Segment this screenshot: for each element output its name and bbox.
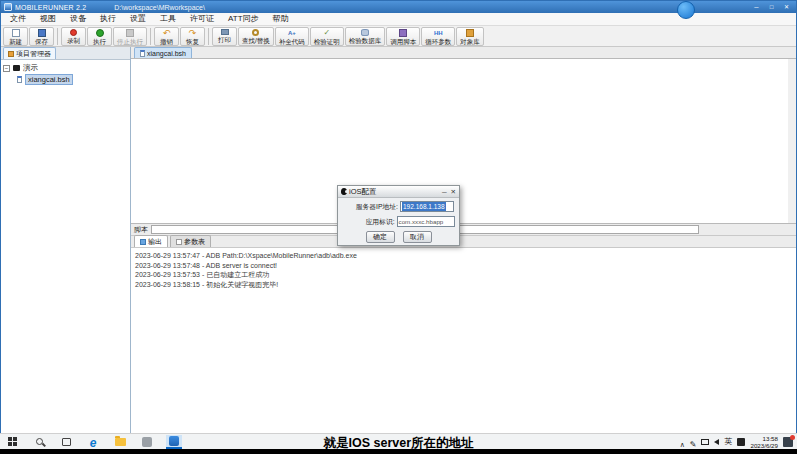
menu-item-run[interactable]: 执行 bbox=[93, 13, 123, 25]
desktop: MOBILERUNNER 2.2 D:\workspace\MRworkspac… bbox=[0, 0, 797, 454]
app-id-label: 应用标识: bbox=[342, 217, 397, 227]
toolbar-separator bbox=[57, 28, 58, 45]
menu-item-settings[interactable]: 设置 bbox=[123, 13, 153, 25]
log-line: 2023-06-29 13:58:15 - 初始化关键字视图完毕! bbox=[135, 280, 792, 290]
app-title: MOBILERUNNER 2.2 bbox=[15, 4, 86, 11]
windows-start-icon bbox=[8, 437, 17, 446]
stop-icon bbox=[126, 29, 134, 37]
log-line: 2023-06-29 13:57:48 - ADB server is conn… bbox=[135, 261, 792, 271]
call-script-button[interactable]: 调用脚本 bbox=[386, 27, 420, 46]
menu-item-att-sync[interactable]: ATT同步 bbox=[221, 13, 266, 25]
apple-icon bbox=[341, 188, 347, 195]
app-id-value: com.xxxc.hbapp bbox=[399, 218, 444, 225]
ime-indicator[interactable]: 英 bbox=[724, 436, 732, 447]
stop-run-button[interactable]: 停止执行 bbox=[113, 27, 147, 46]
tab-script-file[interactable]: xiangcai.bsh bbox=[134, 47, 192, 58]
pinned-app-button[interactable] bbox=[139, 435, 155, 449]
ok-button[interactable]: 确定 bbox=[366, 231, 395, 243]
chevron-up-icon[interactable] bbox=[680, 433, 685, 451]
new-file-icon bbox=[12, 29, 20, 37]
dialog-minimize-button[interactable]: ─ bbox=[442, 187, 447, 197]
gray-app-icon bbox=[142, 437, 152, 447]
menu-item-help[interactable]: 帮助 bbox=[266, 13, 296, 25]
menu-item-license[interactable]: 许可证 bbox=[183, 13, 221, 25]
code-editor[interactable] bbox=[131, 59, 796, 223]
script-file-icon bbox=[140, 50, 145, 57]
expander-icon[interactable] bbox=[3, 65, 10, 72]
search-icon bbox=[36, 438, 43, 445]
tree-node-file[interactable]: xiangcai.bsh bbox=[3, 74, 128, 84]
dialog-body: 服务器IP地址: 192.168.1.138 应用标识: com.xxxc.hb… bbox=[338, 198, 459, 243]
redo-button[interactable]: 恢复 bbox=[180, 27, 205, 46]
loop-params-button[interactable]: 循环参数 bbox=[421, 27, 455, 46]
toolbar-separator bbox=[150, 28, 151, 45]
menu-item-view[interactable]: 视图 bbox=[33, 13, 63, 25]
app-id-input[interactable]: com.xxxc.hbapp bbox=[397, 216, 455, 227]
save-icon bbox=[38, 29, 46, 37]
save-button[interactable]: 保存 bbox=[29, 27, 54, 46]
checkmark-icon bbox=[323, 29, 331, 37]
server-ip-row: 服务器IP地址: 192.168.1.138 bbox=[342, 201, 455, 212]
script-label: 脚本 bbox=[134, 225, 148, 235]
script-icon bbox=[399, 29, 407, 37]
recording-bubble[interactable] bbox=[677, 1, 695, 19]
run-button[interactable]: 执行 bbox=[87, 27, 112, 46]
record-button[interactable]: 录制 bbox=[61, 27, 86, 46]
dialog-buttons: 确定 取消 bbox=[342, 231, 455, 243]
tab-parameter-table[interactable]: 参数表 bbox=[170, 235, 211, 247]
ime-mode-icon[interactable] bbox=[737, 438, 745, 446]
display-icon[interactable] bbox=[701, 439, 709, 445]
speaker-icon[interactable] bbox=[714, 439, 719, 445]
new-button[interactable]: 新建 bbox=[3, 27, 28, 46]
mobilerunner-taskbar-button[interactable] bbox=[166, 435, 182, 449]
tab-output[interactable]: 输出 bbox=[134, 235, 168, 247]
code-complete-icon bbox=[288, 29, 296, 37]
menubar: 文件 视图 设备 执行 设置 工具 许可证 ATT同步 帮助 bbox=[1, 13, 796, 26]
notification-icon[interactable] bbox=[783, 437, 793, 447]
undo-button[interactable]: 撤销 bbox=[154, 27, 179, 46]
file-explorer-button[interactable] bbox=[112, 435, 128, 449]
server-ip-value: 192.168.1.138 bbox=[402, 202, 446, 211]
log-line: 2023-06-29 13:57:53 - 已自动建立工程成功 bbox=[135, 270, 792, 280]
dialog-close-button[interactable]: ✕ bbox=[451, 187, 456, 197]
edge-button[interactable] bbox=[85, 435, 101, 449]
print-icon bbox=[221, 29, 229, 35]
menu-item-tools[interactable]: 工具 bbox=[153, 13, 183, 25]
edge-icon bbox=[90, 433, 97, 451]
output-icon bbox=[140, 239, 146, 245]
find-replace-button[interactable]: 查找/替换 bbox=[238, 27, 274, 46]
start-button[interactable] bbox=[4, 435, 20, 449]
print-button[interactable]: 打印 bbox=[212, 27, 237, 46]
object-library-button[interactable]: 对象库 bbox=[456, 27, 484, 46]
output-log[interactable]: 2023-06-29 13:57:47 - ADB Path:D:\Xspace… bbox=[131, 248, 796, 433]
find-icon bbox=[252, 29, 259, 36]
menu-item-device[interactable]: 设备 bbox=[63, 13, 93, 25]
undo-icon bbox=[163, 29, 171, 37]
maximize-button[interactable]: □ bbox=[765, 3, 778, 12]
minimize-button[interactable]: ─ bbox=[750, 3, 763, 12]
project-panel: 项目管理器 演示 xiangcai.bsh bbox=[1, 47, 131, 433]
taskbar-search-button[interactable] bbox=[31, 435, 47, 449]
verify-database-button[interactable]: 检验数据库 bbox=[345, 27, 386, 46]
tab-project-manager[interactable]: 项目管理器 bbox=[3, 47, 56, 59]
system-tray: 英 13:58 2023/6/29 bbox=[680, 433, 793, 451]
toolbar-separator bbox=[208, 28, 209, 45]
verify-proof-button[interactable]: 检验证明 bbox=[310, 27, 344, 46]
mobilerunner-icon bbox=[169, 436, 179, 446]
task-view-button[interactable] bbox=[58, 435, 74, 449]
taskbar-clock[interactable]: 13:58 2023/6/29 bbox=[750, 435, 778, 449]
taskbar: 就是IOS server所在的地址 英 13:58 2023/6/29 bbox=[0, 433, 797, 449]
task-view-icon bbox=[62, 438, 71, 446]
pen-icon[interactable] bbox=[690, 433, 697, 451]
dialog-titlebar[interactable]: iOS配置 ─ ✕ bbox=[338, 186, 459, 198]
project-panel-tabrow: 项目管理器 bbox=[1, 47, 130, 60]
tree-node-root[interactable]: 演示 bbox=[3, 63, 128, 73]
close-button[interactable]: ✕ bbox=[780, 3, 793, 12]
workspace-path: D:\workspace\MRworkspace\ bbox=[114, 4, 750, 11]
cancel-button[interactable]: 取消 bbox=[403, 231, 432, 243]
script-row: 脚本 bbox=[131, 223, 796, 235]
server-ip-input[interactable]: 192.168.1.138 bbox=[400, 201, 454, 212]
code-complete-button[interactable]: 补全代码 bbox=[275, 27, 309, 46]
app-logo-icon bbox=[4, 3, 12, 11]
menu-item-file[interactable]: 文件 bbox=[3, 13, 33, 25]
